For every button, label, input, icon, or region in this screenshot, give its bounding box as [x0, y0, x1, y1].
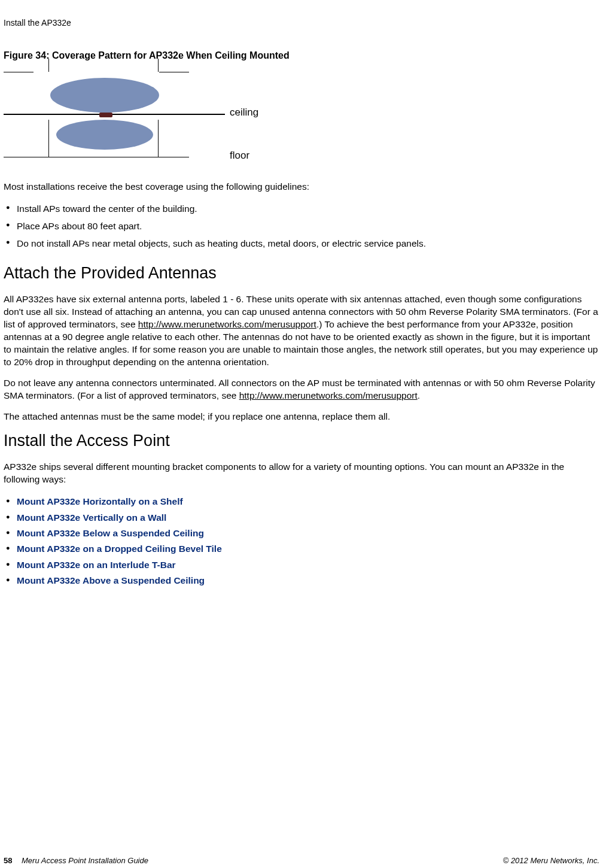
text-run: .	[418, 390, 420, 400]
list-item: Do not install APs near metal objects, s…	[4, 236, 599, 251]
tick-line	[48, 120, 49, 157]
tick-line	[4, 72, 34, 80]
footer-doc-title: Meru Access Point Installation Guide	[22, 856, 148, 865]
footer-copyright: © 2012 Meru Networks, Inc.	[503, 856, 599, 865]
running-header: Install the AP332e	[4, 18, 603, 28]
link-mount-below-suspended[interactable]: Mount AP332e Below a Suspended Ceiling	[4, 526, 599, 541]
list-item: Place APs about 80 feet apart.	[4, 219, 599, 234]
floor-line	[4, 157, 189, 157]
paragraph: Most installations receive the best cove…	[4, 181, 599, 193]
coverage-diagram: ceiling floor	[4, 72, 267, 174]
link-mount-shelf[interactable]: Mount AP332e Horizontally on a Shelf	[4, 494, 599, 509]
label-ceiling: ceiling	[230, 107, 258, 119]
label-floor: floor	[230, 150, 249, 162]
paragraph: All AP332es have six external antenna po…	[4, 293, 599, 369]
coverage-lobe-upper	[50, 78, 159, 113]
list-item: Install APs toward the center of the bui…	[4, 202, 599, 217]
tick-line	[159, 72, 189, 80]
page-number: 58	[4, 856, 12, 865]
ceiling-line	[4, 114, 225, 115]
paragraph: AP332e ships several different mounting …	[4, 461, 599, 486]
link-merusupport[interactable]: http://www.merunetworks.com/merusupport	[138, 319, 316, 329]
coverage-lobe-lower	[56, 120, 153, 150]
link-mount-wall[interactable]: Mount AP332e Vertically on a Wall	[4, 510, 599, 526]
tick-line	[158, 59, 159, 72]
figure-caption: Figure 34: Coverage Pattern for AP332e W…	[4, 50, 603, 61]
link-merusupport[interactable]: http://www.merunetworks.com/merusupport	[239, 390, 418, 400]
link-mount-above-suspended[interactable]: Mount AP332e Above a Suspended Ceiling	[4, 573, 599, 588]
paragraph: Do not leave any antenna connectors unte…	[4, 377, 599, 402]
tick-line	[158, 120, 159, 157]
mount-options-list: Mount AP332e Horizontally on a Shelf Mou…	[4, 494, 599, 588]
link-mount-interlude-tbar[interactable]: Mount AP332e on an Interlude T-Bar	[4, 557, 599, 573]
ap-device-icon	[99, 113, 112, 117]
tick-line	[48, 59, 49, 72]
paragraph: The attached antennas must be the same m…	[4, 411, 599, 423]
guidelines-list: Install APs toward the center of the bui…	[4, 202, 599, 251]
link-mount-bevel-tile[interactable]: Mount AP332e on a Dropped Ceiling Bevel …	[4, 541, 599, 557]
section-heading-antennas: Attach the Provided Antennas	[4, 264, 599, 283]
section-heading-install: Install the Access Point	[4, 432, 599, 450]
